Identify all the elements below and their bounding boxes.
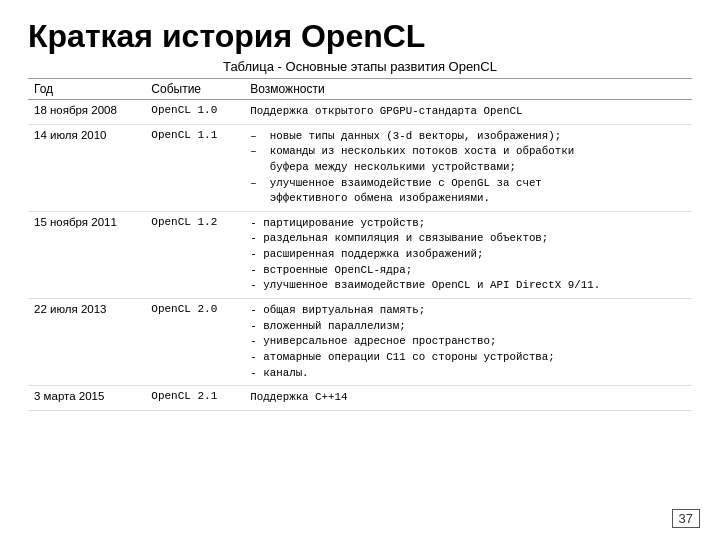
table-subtitle: Таблица - Основные этапы развития OpenCL: [28, 59, 692, 74]
cell-version-0: OpenCL 1.0: [145, 100, 244, 125]
table-row: 15 ноября 2011OpenCL 1.2- партицирование…: [28, 211, 692, 298]
cell-version-4: OpenCL 2.1: [145, 386, 244, 411]
cell-features-2: - партицирование устройств; - раздельная…: [244, 211, 692, 298]
page: Краткая история OpenCL Таблица - Основны…: [0, 0, 720, 540]
cell-date-0: 18 ноября 2008: [28, 100, 145, 125]
cell-version-2: OpenCL 1.2: [145, 211, 244, 298]
table-row: 3 марта 2015OpenCL 2.1Поддержка C++14: [28, 386, 692, 411]
table-row: 22 июля 2013OpenCL 2.0- общая виртуальна…: [28, 299, 692, 386]
cell-version-1: OpenCL 1.1: [145, 124, 244, 211]
cell-date-1: 14 июля 2010: [28, 124, 145, 211]
table-row: 18 ноября 2008OpenCL 1.0Поддержка открыт…: [28, 100, 692, 125]
cell-date-4: 3 марта 2015: [28, 386, 145, 411]
table-row: 14 июля 2010OpenCL 1.1– новые типы данны…: [28, 124, 692, 211]
history-table: Год Событие Возможности 18 ноября 2008Op…: [28, 78, 692, 411]
cell-features-1: – новые типы данных (3-d векторы, изобра…: [244, 124, 692, 211]
history-table-container: Год Событие Возможности 18 ноября 2008Op…: [28, 78, 692, 411]
cell-date-3: 22 июля 2013: [28, 299, 145, 386]
cell-features-0: Поддержка открытого GPGPU-стандарта Open…: [244, 100, 692, 125]
cell-features-4: Поддержка C++14: [244, 386, 692, 411]
col-header-features: Возможности: [244, 79, 692, 100]
col-header-year: Год: [28, 79, 145, 100]
cell-features-3: - общая виртуальная память; - вложенный …: [244, 299, 692, 386]
page-title: Краткая история OpenCL: [28, 18, 692, 55]
cell-version-3: OpenCL 2.0: [145, 299, 244, 386]
col-header-event: Событие: [145, 79, 244, 100]
page-number: 37: [672, 509, 700, 528]
cell-date-2: 15 ноября 2011: [28, 211, 145, 298]
